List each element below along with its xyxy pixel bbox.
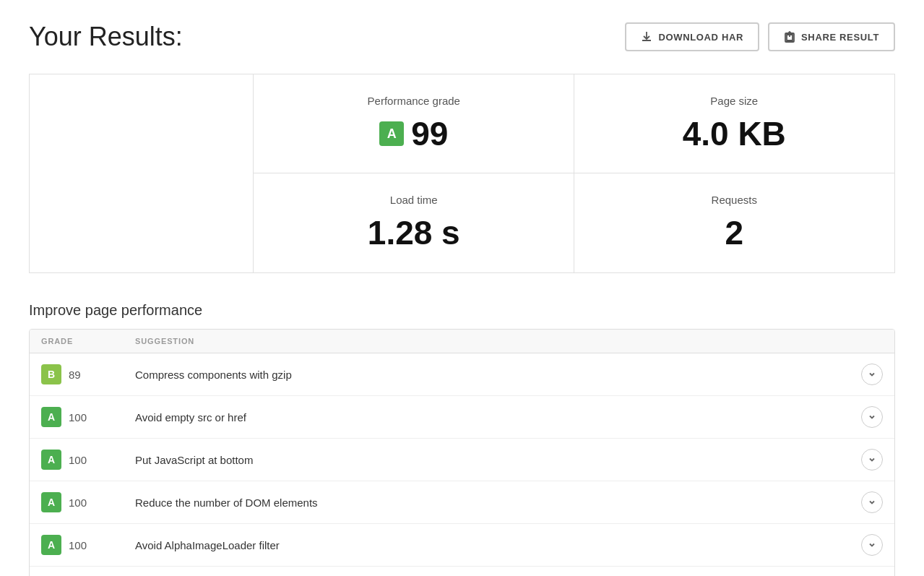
suggestions-table: GRADE SUGGESTION B 89 Compress component… [29,329,895,576]
chevron-down-icon [868,456,876,463]
row-grade-badge: A [41,535,61,555]
row-suggestion: Compress components with gzip [135,369,861,381]
page-title: Your Results: [29,22,183,52]
expand-button[interactable] [861,534,883,556]
expand-button[interactable] [861,449,883,470]
header: Your Results: DOWNLOAD HAR SHARE RESULT [29,22,895,52]
share-result-button[interactable]: SHARE RESULT [768,22,895,51]
expand-button[interactable] [861,406,883,428]
performance-value: A 99 [379,114,448,153]
table-row: A 100 Avoid empty src or href [30,396,894,439]
row-suggestion: Reduce the number of DOM elements [135,497,861,509]
row-grade: A 100 [41,535,135,555]
row-grade: B 89 [41,364,135,384]
improve-title: Improve page performance [29,302,895,319]
chevron-down-icon [868,541,876,549]
header-buttons: DOWNLOAD HAR SHARE RESULT [625,22,895,51]
performance-grade-badge: A [379,121,404,146]
suggestion-column-header: SUGGESTION [135,337,883,345]
row-grade-badge: B [41,364,61,384]
page-wrapper: Your Results: DOWNLOAD HAR SHARE RESULT [0,0,924,576]
row-suggestion: Avoid empty src or href [135,411,861,424]
performance-score: 99 [411,114,448,153]
results-preview [30,74,254,272]
row-grade: A 100 [41,407,135,427]
row-grade-badge: A [41,407,61,427]
row-score: 100 [69,411,87,424]
chevron-down-icon [868,413,876,421]
row-score: 100 [69,497,87,509]
table-row: A 100 Avoid AlphaImageLoader filter [30,524,894,567]
download-icon [641,31,652,43]
load-time-card: Load time 1.28 s [253,173,575,273]
requests-label: Requests [712,194,757,206]
results-grid: Performance grade A 99 Page size 4.0 KB … [29,74,895,273]
row-score: 100 [69,454,87,466]
table-row: A 100 Make favicon small and cacheable [30,567,894,576]
expand-button[interactable] [861,364,883,385]
share-icon [784,31,795,43]
table-row: A 100 Reduce the number of DOM elements [30,481,894,524]
load-time-label: Load time [390,194,438,206]
grade-column-header: GRADE [41,337,135,345]
suggestions-rows: B 89 Compress components with gzip A 100… [30,353,894,576]
load-time-value: 1.28 s [368,213,460,252]
row-score: 89 [69,369,81,381]
row-score: 100 [69,539,87,551]
page-size-label: Page size [710,95,758,107]
table-header: GRADE SUGGESTION [30,330,894,353]
row-suggestion: Put JavaScript at bottom [135,454,861,466]
page-size-card: Page size 4.0 KB [574,74,896,174]
table-row: A 100 Put JavaScript at bottom [30,439,894,481]
row-grade-badge: A [41,492,61,512]
requests-card: Requests 2 [574,173,896,273]
row-suggestion: Avoid AlphaImageLoader filter [135,539,861,551]
expand-button[interactable] [861,491,883,513]
row-grade: A 100 [41,450,135,470]
row-grade-badge: A [41,450,61,470]
chevron-down-icon [868,499,876,506]
performance-card: Performance grade A 99 [253,74,575,174]
requests-value: 2 [725,213,743,252]
table-row: B 89 Compress components with gzip [30,353,894,396]
page-size-value: 4.0 KB [683,114,786,153]
chevron-down-icon [868,371,876,378]
improve-section: Improve page performance GRADE SUGGESTIO… [29,302,895,576]
performance-label: Performance grade [368,95,460,107]
download-har-button[interactable]: DOWNLOAD HAR [625,22,759,51]
row-grade: A 100 [41,492,135,512]
